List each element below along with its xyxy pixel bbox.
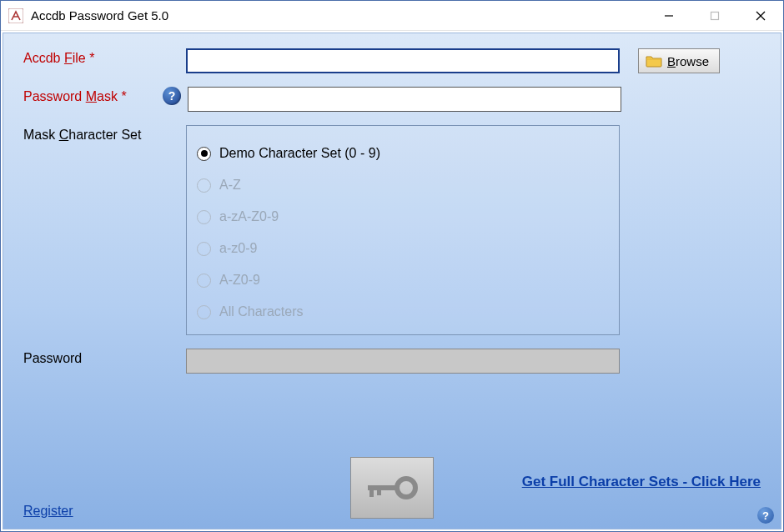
charset-option-1: A-Z	[197, 169, 609, 201]
svg-rect-7	[369, 490, 374, 497]
radio-icon	[197, 210, 211, 224]
charset-option-label: a-z0-9	[219, 241, 257, 256]
charset-groupbox: Demo Character Set (0 - 9)A-Za-zA-Z0-9a-…	[186, 125, 620, 335]
radio-icon	[197, 305, 211, 319]
password-output	[186, 349, 620, 374]
label-password-mask: Password Mask *	[23, 87, 186, 104]
password-mask-input[interactable]	[188, 87, 621, 112]
charset-option-label: A-Z	[219, 178, 241, 193]
app-icon	[8, 8, 24, 24]
radio-icon	[197, 147, 211, 161]
label-charset: Mask Character Set	[23, 125, 186, 143]
get-full-charsets-link[interactable]: Get Full Character Sets - Click Here	[522, 474, 761, 490]
register-link[interactable]: Register	[23, 504, 73, 519]
titlebar: Accdb Password Get 5.0	[1, 1, 783, 31]
svg-point-5	[397, 479, 415, 497]
charset-option-4: A-Z0-9	[197, 264, 609, 296]
window-title: Accdb Password Get 5.0	[31, 8, 168, 23]
charset-option-label: Demo Character Set (0 - 9)	[219, 146, 380, 161]
svg-rect-8	[377, 490, 381, 495]
charset-option-2: a-zA-Z0-9	[197, 201, 609, 233]
row-accdb-file: Accdb File * Browse	[23, 48, 761, 73]
label-accdb-file: Accdb File *	[23, 48, 186, 66]
svg-rect-6	[368, 485, 400, 490]
row-password: Password	[23, 349, 761, 374]
label-password: Password	[23, 349, 186, 366]
charset-option-label: a-zA-Z0-9	[219, 209, 279, 224]
recover-button[interactable]	[350, 457, 434, 519]
charset-option-0[interactable]: Demo Character Set (0 - 9)	[197, 138, 609, 169]
row-password-mask: Password Mask * ?	[23, 87, 761, 112]
key-icon	[363, 471, 421, 504]
minimize-button[interactable]	[646, 1, 691, 31]
charset-option-label: A-Z0-9	[219, 273, 260, 288]
maximize-button[interactable]	[691, 1, 737, 31]
radio-icon	[197, 178, 211, 193]
folder-icon	[646, 54, 662, 68]
browse-button[interactable]: Browse	[638, 48, 720, 73]
charset-option-3: a-z0-9	[197, 233, 609, 264]
help-icon[interactable]: ?	[163, 87, 181, 105]
close-button[interactable]	[737, 1, 783, 31]
accdb-file-input[interactable]	[186, 48, 620, 73]
client-area: Accdb File * Browse	[3, 33, 781, 529]
radio-icon	[197, 242, 211, 256]
app-window: Accdb Password Get 5.0 Accdb File *	[0, 0, 784, 532]
row-charset: Mask Character Set Demo Character Set (0…	[23, 125, 761, 335]
svg-rect-2	[711, 12, 718, 19]
radio-icon	[197, 274, 211, 288]
charset-option-label: All Characters	[219, 304, 303, 319]
bottom-bar: Register Get Full Character Sets - Click…	[23, 474, 761, 519]
corner-help-icon[interactable]: ?	[757, 507, 774, 524]
charset-option-5: All Characters	[197, 296, 609, 328]
